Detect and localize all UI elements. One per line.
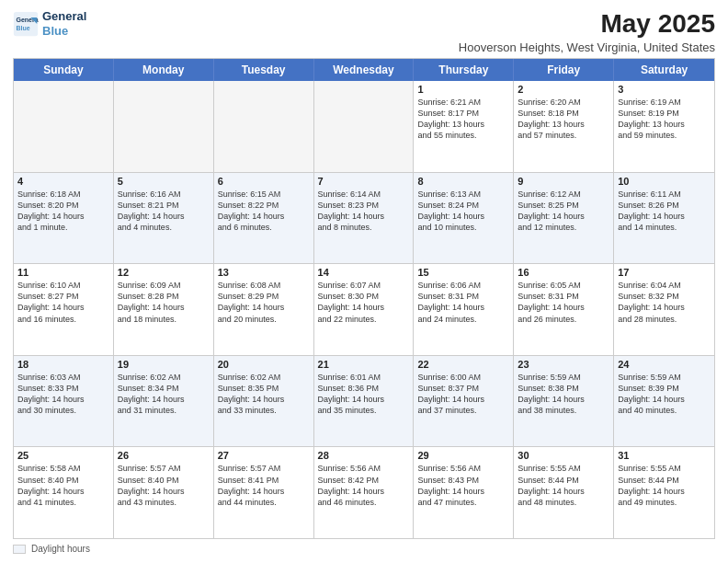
cell-info: Sunrise: 6:03 AM Sunset: 8:33 PM Dayligh… xyxy=(17,372,109,417)
calendar-header-cell: Wednesday xyxy=(314,59,415,81)
legend-box xyxy=(13,545,26,554)
cell-info: Sunrise: 6:11 AM Sunset: 8:26 PM Dayligh… xyxy=(618,189,711,234)
day-number: 23 xyxy=(518,359,609,370)
table-row: 4Sunrise: 6:18 AM Sunset: 8:20 PM Daylig… xyxy=(14,173,114,264)
table-row: 20Sunrise: 6:02 AM Sunset: 8:35 PM Dayli… xyxy=(214,356,314,447)
title-block: May 2025 Hooverson Heights, West Virgini… xyxy=(459,9,715,54)
calendar-header-cell: Thursday xyxy=(414,59,514,81)
table-row xyxy=(214,81,314,172)
cell-info: Sunrise: 6:05 AM Sunset: 8:31 PM Dayligh… xyxy=(518,280,609,325)
day-number: 4 xyxy=(17,176,109,187)
table-row: 25Sunrise: 5:58 AM Sunset: 8:40 PM Dayli… xyxy=(14,447,114,538)
day-number: 19 xyxy=(118,359,210,370)
cell-info: Sunrise: 6:04 AM Sunset: 8:32 PM Dayligh… xyxy=(618,280,711,325)
cell-info: Sunrise: 6:09 AM Sunset: 8:28 PM Dayligh… xyxy=(118,280,210,325)
day-number: 13 xyxy=(218,267,310,278)
calendar-header-row: SundayMondayTuesdayWednesdayThursdayFrid… xyxy=(14,59,714,81)
day-number: 27 xyxy=(218,450,310,461)
cell-info: Sunrise: 6:16 AM Sunset: 8:21 PM Dayligh… xyxy=(118,189,210,234)
cell-info: Sunrise: 6:10 AM Sunset: 8:27 PM Dayligh… xyxy=(17,280,109,325)
day-number: 6 xyxy=(218,176,310,187)
calendar-week: 1Sunrise: 6:21 AM Sunset: 8:17 PM Daylig… xyxy=(14,81,714,173)
logo: General Blue General Blue xyxy=(13,9,86,38)
table-row: 6Sunrise: 6:15 AM Sunset: 8:22 PM Daylig… xyxy=(214,173,314,264)
cell-info: Sunrise: 6:08 AM Sunset: 8:29 PM Dayligh… xyxy=(218,280,310,325)
table-row xyxy=(114,81,214,172)
calendar-header-cell: Friday xyxy=(514,59,614,81)
cell-info: Sunrise: 6:12 AM Sunset: 8:25 PM Dayligh… xyxy=(518,189,609,234)
cell-info: Sunrise: 5:59 AM Sunset: 8:39 PM Dayligh… xyxy=(618,372,711,417)
cell-info: Sunrise: 5:57 AM Sunset: 8:41 PM Dayligh… xyxy=(218,463,310,508)
table-row: 5Sunrise: 6:16 AM Sunset: 8:21 PM Daylig… xyxy=(114,173,214,264)
cell-info: Sunrise: 6:18 AM Sunset: 8:20 PM Dayligh… xyxy=(17,189,109,234)
day-number: 30 xyxy=(518,450,609,461)
table-row: 14Sunrise: 6:07 AM Sunset: 8:30 PM Dayli… xyxy=(314,264,415,355)
day-number: 31 xyxy=(618,450,711,461)
calendar-header-cell: Monday xyxy=(114,59,214,81)
day-number: 8 xyxy=(417,176,509,187)
day-number: 17 xyxy=(618,267,711,278)
table-row: 21Sunrise: 6:01 AM Sunset: 8:36 PM Dayli… xyxy=(314,356,415,447)
table-row: 9Sunrise: 6:12 AM Sunset: 8:25 PM Daylig… xyxy=(514,173,614,264)
table-row: 27Sunrise: 5:57 AM Sunset: 8:41 PM Dayli… xyxy=(214,447,314,538)
cell-info: Sunrise: 5:58 AM Sunset: 8:40 PM Dayligh… xyxy=(17,463,109,508)
calendar-week: 25Sunrise: 5:58 AM Sunset: 8:40 PM Dayli… xyxy=(14,447,714,538)
day-number: 20 xyxy=(218,359,310,370)
subtitle: Hooverson Heights, West Virginia, United… xyxy=(459,40,715,54)
cell-info: Sunrise: 6:02 AM Sunset: 8:34 PM Dayligh… xyxy=(118,372,210,417)
logo-text: General Blue xyxy=(42,9,86,38)
day-number: 16 xyxy=(518,267,609,278)
day-number: 22 xyxy=(417,359,509,370)
cell-info: Sunrise: 6:02 AM Sunset: 8:35 PM Dayligh… xyxy=(218,372,310,417)
header: General Blue General Blue May 2025 Hoove… xyxy=(13,9,715,54)
calendar-header-cell: Tuesday xyxy=(214,59,314,81)
day-number: 28 xyxy=(318,450,410,461)
table-row: 19Sunrise: 6:02 AM Sunset: 8:34 PM Dayli… xyxy=(114,356,214,447)
day-number: 9 xyxy=(518,176,609,187)
table-row: 7Sunrise: 6:14 AM Sunset: 8:23 PM Daylig… xyxy=(314,173,415,264)
cell-info: Sunrise: 6:20 AM Sunset: 8:18 PM Dayligh… xyxy=(518,97,609,142)
cell-info: Sunrise: 6:14 AM Sunset: 8:23 PM Dayligh… xyxy=(318,189,410,234)
cell-info: Sunrise: 5:59 AM Sunset: 8:38 PM Dayligh… xyxy=(518,372,609,417)
table-row: 16Sunrise: 6:05 AM Sunset: 8:31 PM Dayli… xyxy=(514,264,614,355)
day-number: 11 xyxy=(17,267,109,278)
table-row: 31Sunrise: 5:55 AM Sunset: 8:44 PM Dayli… xyxy=(614,447,714,538)
day-number: 26 xyxy=(118,450,210,461)
table-row: 29Sunrise: 5:56 AM Sunset: 8:43 PM Dayli… xyxy=(414,447,514,538)
cell-info: Sunrise: 5:55 AM Sunset: 8:44 PM Dayligh… xyxy=(518,463,609,508)
cell-info: Sunrise: 5:57 AM Sunset: 8:40 PM Dayligh… xyxy=(118,463,210,508)
cell-info: Sunrise: 6:00 AM Sunset: 8:37 PM Dayligh… xyxy=(417,372,509,417)
day-number: 15 xyxy=(417,267,509,278)
day-number: 7 xyxy=(318,176,410,187)
table-row: 2Sunrise: 6:20 AM Sunset: 8:18 PM Daylig… xyxy=(514,81,614,172)
legend-label: Daylight hours xyxy=(31,544,90,554)
calendar-week: 11Sunrise: 6:10 AM Sunset: 8:27 PM Dayli… xyxy=(14,264,714,356)
calendar-body: 1Sunrise: 6:21 AM Sunset: 8:17 PM Daylig… xyxy=(14,81,714,538)
table-row: 18Sunrise: 6:03 AM Sunset: 8:33 PM Dayli… xyxy=(14,356,114,447)
svg-text:Blue: Blue xyxy=(17,25,30,31)
day-number: 10 xyxy=(618,176,711,187)
day-number: 1 xyxy=(417,84,509,95)
table-row: 24Sunrise: 5:59 AM Sunset: 8:39 PM Dayli… xyxy=(614,356,714,447)
day-number: 18 xyxy=(17,359,109,370)
day-number: 5 xyxy=(118,176,210,187)
calendar: SundayMondayTuesdayWednesdayThursdayFrid… xyxy=(13,58,715,539)
table-row xyxy=(314,81,415,172)
day-number: 2 xyxy=(518,84,609,95)
cell-info: Sunrise: 6:01 AM Sunset: 8:36 PM Dayligh… xyxy=(318,372,410,417)
cell-info: Sunrise: 6:06 AM Sunset: 8:31 PM Dayligh… xyxy=(417,280,509,325)
legend: Daylight hours xyxy=(13,544,715,554)
table-row: 22Sunrise: 6:00 AM Sunset: 8:37 PM Dayli… xyxy=(414,356,514,447)
day-number: 25 xyxy=(17,450,109,461)
cell-info: Sunrise: 6:15 AM Sunset: 8:22 PM Dayligh… xyxy=(218,189,310,234)
logo-icon: General Blue xyxy=(13,11,39,37)
day-number: 3 xyxy=(618,84,711,95)
main-title: May 2025 xyxy=(459,9,715,39)
calendar-header-cell: Saturday xyxy=(614,59,714,81)
table-row xyxy=(14,81,114,172)
table-row: 11Sunrise: 6:10 AM Sunset: 8:27 PM Dayli… xyxy=(14,264,114,355)
day-number: 29 xyxy=(417,450,509,461)
calendar-week: 4Sunrise: 6:18 AM Sunset: 8:20 PM Daylig… xyxy=(14,173,714,265)
day-number: 12 xyxy=(118,267,210,278)
table-row: 1Sunrise: 6:21 AM Sunset: 8:17 PM Daylig… xyxy=(414,81,514,172)
